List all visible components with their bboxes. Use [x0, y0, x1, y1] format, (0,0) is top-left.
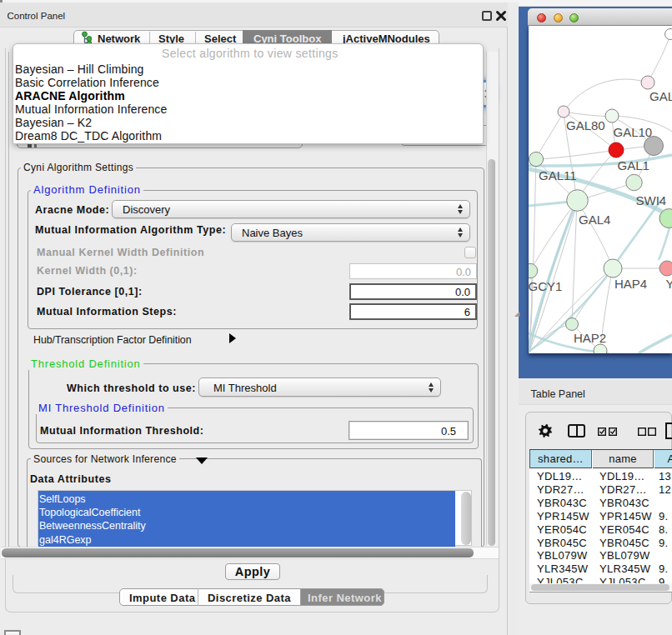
svg-text:SWI4: SWI4 — [636, 193, 667, 208]
svg-text:HAP2: HAP2 — [574, 331, 606, 345]
svg-text:HAP4: HAP4 — [614, 277, 647, 291]
svg-text:GAL7: GAL7 — [649, 89, 672, 103]
svg-text:YJ: YJ — [666, 277, 672, 291]
svg-text:GAL10: GAL10 — [614, 125, 653, 139]
svg-text:GAL11: GAL11 — [539, 168, 577, 182]
svg-text:GAL4: GAL4 — [579, 212, 610, 227]
svg-text:GAL80: GAL80 — [566, 118, 605, 132]
svg-text:GCY1: GCY1 — [529, 279, 562, 293]
svg-text:GAL1: GAL1 — [618, 158, 649, 172]
